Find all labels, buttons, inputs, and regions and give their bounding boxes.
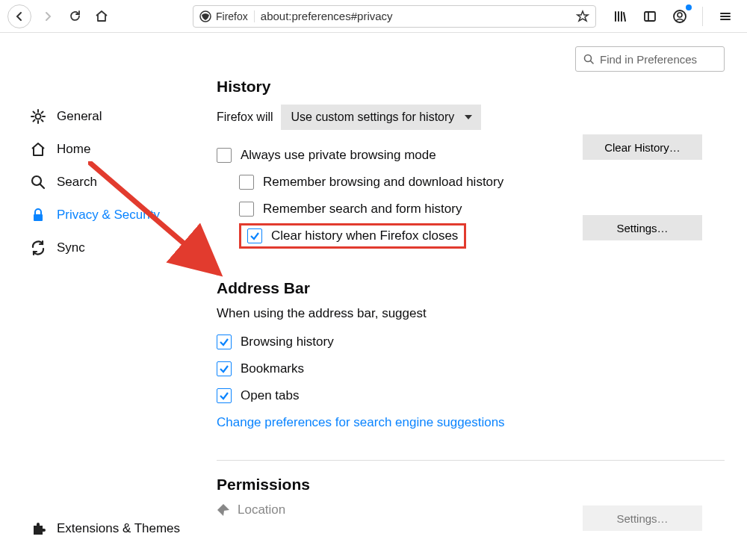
- bookmark-star-icon[interactable]: [576, 10, 589, 23]
- preferences-content: Find in Preferences History Firefox will…: [194, 33, 747, 560]
- identity-box[interactable]: Firefox: [199, 10, 255, 22]
- address-bar-desc: When using the address bar, suggest: [217, 306, 725, 321]
- checkbox-label: Remember search and form history: [263, 202, 462, 217]
- sidebar-item-label: Sync: [57, 240, 85, 255]
- search-suggestions-link[interactable]: Change preferences for search engine sug…: [217, 415, 505, 430]
- location-icon: [217, 503, 230, 517]
- checkbox-label: Remember browsing and download history: [263, 175, 503, 190]
- sidebar-item-label: Extensions & Themes: [57, 521, 180, 536]
- checkbox-checked[interactable]: [247, 228, 262, 243]
- sidebar-item-extensions[interactable]: Extensions & Themes: [30, 512, 194, 545]
- section-divider: [217, 460, 725, 461]
- sidebar-item-home[interactable]: Home: [30, 133, 194, 166]
- checkbox-label: Open tabs: [241, 388, 299, 403]
- checkbox-unchecked[interactable]: [217, 148, 232, 163]
- sidebar-item-general[interactable]: General: [30, 100, 194, 133]
- history-settings-button[interactable]: Settings…: [583, 215, 702, 240]
- checkbox-unchecked[interactable]: [239, 202, 254, 217]
- checkbox-checked[interactable]: [217, 388, 232, 403]
- search-placeholder: Find in Preferences: [600, 53, 697, 66]
- home-icon: [30, 141, 46, 158]
- suggest-bookmarks-checkbox-row[interactable]: Bookmarks: [217, 355, 725, 382]
- history-mode-value: Use custom settings for history: [291, 111, 455, 124]
- puzzle-icon: [30, 521, 46, 536]
- checkbox-label: Bookmarks: [241, 361, 304, 376]
- sidebar-item-label: Privacy & Security: [57, 208, 160, 223]
- suggest-opentabs-checkbox-row[interactable]: Open tabs: [217, 382, 725, 409]
- history-section: History Firefox will Use custom settings…: [217, 78, 725, 249]
- permissions-section: Permissions Settings… Location: [217, 476, 725, 517]
- address-bar-section: Address Bar When using the address bar, …: [217, 279, 725, 430]
- sidebar-item-label: Search: [57, 175, 97, 190]
- menu-button[interactable]: [715, 6, 736, 27]
- checkbox-label: Browsing history: [241, 335, 334, 349]
- reload-button[interactable]: [64, 6, 85, 27]
- url-bar[interactable]: Firefox about:preferences#privacy: [193, 5, 596, 28]
- firefox-icon: [199, 10, 211, 22]
- gear-icon: [30, 108, 46, 125]
- sidebar-toggle-button[interactable]: [639, 6, 660, 27]
- search-icon: [30, 174, 46, 190]
- account-button[interactable]: [669, 6, 690, 27]
- suggest-history-checkbox-row[interactable]: Browsing history: [217, 329, 725, 355]
- clear-history-button[interactable]: Clear History…: [583, 134, 702, 160]
- sidebar-item-label: General: [57, 109, 102, 124]
- remember-browsing-checkbox-row[interactable]: Remember browsing and download history: [239, 169, 725, 196]
- library-button[interactable]: [610, 6, 630, 27]
- sidebar-item-privacy[interactable]: Privacy & Security: [30, 199, 194, 231]
- svg-point-9: [36, 114, 41, 119]
- category-sidebar: General Home Search Privacy & Security S…: [0, 33, 194, 560]
- search-icon: [583, 54, 594, 64]
- address-bar-heading: Address Bar: [217, 279, 725, 297]
- checkbox-checked[interactable]: [217, 361, 232, 376]
- search-preferences-input[interactable]: Find in Preferences: [575, 46, 725, 72]
- sidebar-item-sync[interactable]: Sync: [30, 231, 194, 264]
- browser-toolbar: Firefox about:preferences#privacy: [0, 0, 747, 33]
- permission-label: Location: [238, 503, 285, 517]
- sidebar-item-label: Home: [57, 142, 90, 157]
- svg-rect-12: [34, 214, 43, 221]
- annotation-highlight: Clear history when Firefox closes: [239, 223, 466, 249]
- lock-icon: [30, 208, 46, 223]
- history-heading: History: [217, 78, 725, 96]
- sync-icon: [30, 240, 46, 256]
- checkbox-label: Clear history when Firefox closes: [271, 228, 458, 243]
- svg-line-14: [591, 61, 594, 64]
- svg-line-11: [40, 184, 44, 188]
- location-settings-button[interactable]: Settings…: [583, 505, 702, 531]
- permissions-heading: Permissions: [217, 476, 725, 494]
- checkbox-unchecked[interactable]: [239, 175, 254, 190]
- svg-rect-1: [645, 12, 655, 21]
- checkbox-label: Always use private browsing mode: [241, 148, 436, 163]
- svg-point-10: [32, 176, 41, 185]
- history-mode-select[interactable]: Use custom settings for history: [281, 105, 482, 130]
- url-text[interactable]: about:preferences#privacy: [261, 10, 570, 22]
- checkbox-checked[interactable]: [217, 335, 232, 349]
- firefox-will-label: Firefox will: [217, 111, 273, 124]
- svg-point-4: [678, 13, 682, 17]
- sidebar-item-search[interactable]: Search: [30, 166, 194, 199]
- forward-button[interactable]: [37, 6, 58, 27]
- back-button[interactable]: [7, 4, 31, 28]
- identity-label: Firefox: [216, 10, 248, 22]
- home-button[interactable]: [91, 6, 112, 27]
